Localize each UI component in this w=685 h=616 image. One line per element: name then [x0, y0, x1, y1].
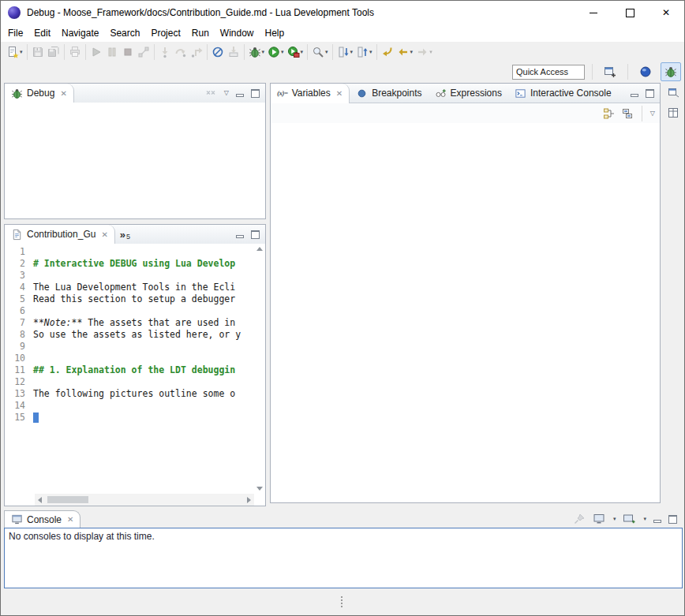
run-dropdown[interactable]: ▾ [266, 43, 286, 61]
tab-interactive-console[interactable]: Interactive Console [508, 84, 618, 103]
tab-debug[interactable]: Debug ✕ [5, 84, 74, 103]
dropdown-arrow-icon[interactable]: ▾ [613, 516, 616, 522]
pin-console-icon[interactable] [573, 513, 586, 525]
close-tab-icon[interactable]: ✕ [67, 515, 73, 524]
editor-line[interactable]: 1 [5, 246, 254, 258]
menu-item-run[interactable]: Run [186, 25, 215, 41]
scroll-left-icon[interactable] [35, 497, 45, 503]
previous-annotation-dropdown[interactable]: ▾ [354, 43, 374, 61]
terminate-button[interactable] [120, 43, 136, 61]
tab-breakpoints[interactable]: Breakpoints [350, 84, 428, 103]
menu-item-project[interactable]: Project [145, 25, 185, 41]
suspend-button[interactable] [104, 43, 120, 61]
maximize-view-icon[interactable] [251, 230, 260, 239]
editor-content[interactable]: 12# Interactive DEBUG using Lua Develop3… [5, 244, 265, 506]
editor-line[interactable]: 6 [5, 305, 254, 317]
skip-all-breakpoints-button[interactable] [210, 43, 226, 61]
tab-console[interactable]: Console ✕ [4, 510, 80, 528]
step-into-button[interactable] [157, 43, 173, 61]
close-tab-icon[interactable]: ✕ [101, 230, 107, 239]
editor-line[interactable]: 8So use the assets as listed here, or y [5, 329, 254, 341]
remove-all-terminated-icon[interactable] [204, 87, 217, 99]
open-console-icon[interactable] [623, 513, 635, 525]
step-return-button[interactable] [189, 43, 204, 61]
scrollbar-track[interactable] [45, 494, 244, 506]
scroll-down-icon[interactable] [256, 487, 263, 491]
editor-line[interactable]: 15 [5, 412, 254, 424]
menu-item-edit[interactable]: Edit [28, 25, 56, 41]
minimize-window-button[interactable] [575, 1, 612, 24]
editor-line[interactable]: 13The following pictures outline some o [5, 388, 254, 400]
editor-line[interactable]: 7**Note:** The assets that are used in [5, 317, 254, 329]
dropdown-arrow-icon[interactable]: ▾ [643, 516, 646, 522]
show-logical-structure-icon[interactable] [603, 107, 616, 120]
step-over-button[interactable] [173, 43, 189, 61]
editor-line[interactable]: 14 [5, 400, 254, 412]
editor-line[interactable]: 11## 1. Explanation of the LDT debuggin [5, 364, 254, 376]
new-wizard-dropdown[interactable]: ▾ [5, 43, 24, 61]
last-edit-location-button[interactable] [380, 43, 395, 61]
editor-line[interactable]: 3 [5, 270, 254, 282]
tab-contribution-guide[interactable]: Contribution_Gu ✕ [5, 225, 115, 245]
vertical-scrollbar[interactable] [254, 244, 265, 494]
tab-expressions[interactable]: Expressions [429, 84, 508, 103]
status-bar-grip[interactable] [341, 596, 342, 607]
minimize-view-icon[interactable] [631, 89, 638, 97]
scrollbar-thumb[interactable] [47, 496, 88, 503]
maximize-view-icon[interactable] [646, 89, 654, 98]
toolbar-separator [307, 44, 308, 60]
toolbar-separator [642, 106, 642, 121]
menu-item-file[interactable]: File [2, 25, 28, 41]
search-dropdown[interactable]: ▾ [310, 43, 330, 61]
minimize-view-icon[interactable] [236, 230, 244, 238]
menu-item-search[interactable]: Search [104, 25, 145, 41]
toolbar-separator [85, 44, 86, 60]
view-menu-icon[interactable]: ▽ [224, 90, 229, 96]
disconnect-button[interactable] [136, 43, 152, 61]
next-annotation-dropdown[interactable]: ▾ [335, 43, 355, 61]
save-button[interactable] [30, 43, 46, 61]
forward-dropdown[interactable]: ▾ [414, 43, 434, 61]
view-menu-icon[interactable]: ▽ [650, 110, 655, 117]
debug-dropdown[interactable]: ▾ [247, 43, 267, 61]
editor-line[interactable]: 4The Lua Development Tools in the Ecli [5, 282, 254, 293]
external-tools-dropdown[interactable]: ▾ [286, 43, 305, 61]
maximize-view-icon[interactable] [251, 89, 260, 98]
editor-line[interactable]: 5Read this section to setup a debugger [5, 293, 254, 305]
editor-line[interactable]: 12 [5, 376, 254, 388]
ldt-perspective-button[interactable] [635, 62, 656, 81]
back-dropdown[interactable]: ▾ [395, 43, 415, 61]
editor-line[interactable]: 10 [5, 353, 254, 364]
display-selected-console-icon[interactable] [593, 513, 605, 525]
quick-access-box[interactable]: Quick Access [512, 65, 585, 80]
scroll-up-icon[interactable] [256, 247, 263, 251]
debug-perspective-button[interactable] [661, 62, 681, 81]
minimize-view-icon[interactable] [653, 515, 661, 523]
menu-item-navigate[interactable]: Navigate [56, 25, 104, 41]
editor-line[interactable]: 2# Interactive DEBUG using Lua Develop [5, 258, 254, 270]
horizontal-scrollbar[interactable] [35, 494, 254, 506]
editor-line[interactable]: 9 [5, 341, 254, 353]
console-view-icon [11, 513, 23, 525]
maximize-window-button[interactable] [612, 1, 648, 24]
drop-to-frame-button[interactable] [226, 43, 241, 61]
minimize-view-icon[interactable] [236, 89, 244, 97]
close-tab-icon[interactable]: ✕ [60, 89, 66, 98]
maximize-view-icon[interactable] [668, 515, 677, 524]
resume-button[interactable] [88, 43, 104, 61]
save-all-button[interactable] [46, 43, 62, 61]
scroll-right-icon[interactable] [244, 497, 254, 503]
restore-minimized-stack-button[interactable] [665, 84, 681, 100]
open-perspective-button[interactable] [600, 62, 620, 81]
print-button[interactable] [67, 43, 83, 61]
minimized-view-button[interactable] [665, 105, 681, 121]
menu-item-help[interactable]: Help [260, 25, 290, 41]
dropdown-arrow-icon: ▾ [20, 49, 23, 55]
menu-item-window[interactable]: Window [215, 25, 260, 41]
editor-overflow-chevron[interactable]: » 5 [115, 225, 135, 244]
close-window-button[interactable]: ✕ [648, 1, 684, 24]
editor-line-text: Read this section to setup a debugger [33, 293, 235, 305]
close-tab-icon[interactable]: ✕ [336, 89, 342, 98]
collapse-all-icon[interactable] [621, 107, 634, 120]
tab-variables[interactable]: (x)=Variables✕ [271, 84, 350, 103]
